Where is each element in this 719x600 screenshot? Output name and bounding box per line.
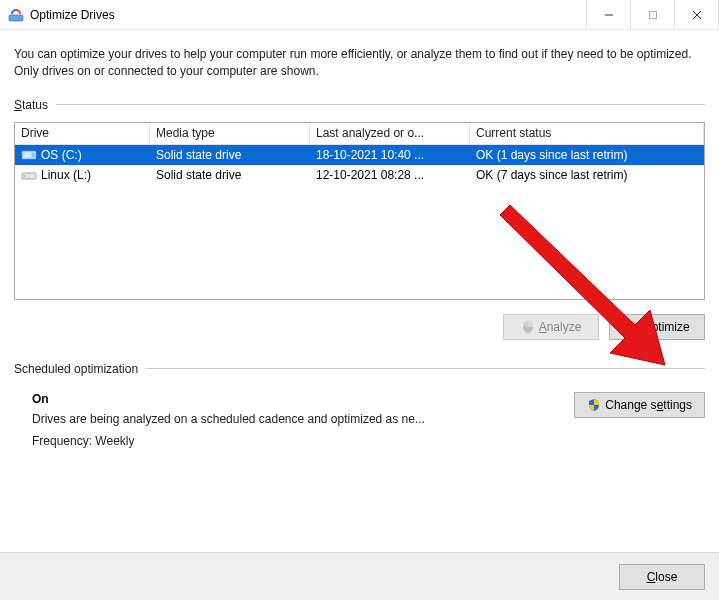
window-controls bbox=[587, 0, 719, 30]
shield-icon bbox=[587, 398, 601, 412]
column-header-drive[interactable]: Drive bbox=[15, 123, 150, 144]
optimize-button[interactable]: Optimize bbox=[609, 314, 705, 340]
drives-header: Drive Media type Last analyzed or o... C… bbox=[15, 123, 704, 145]
table-row[interactable]: OS (C:) Solid state drive 18-10-2021 10:… bbox=[15, 145, 704, 165]
shield-icon bbox=[624, 320, 638, 334]
schedule-desc: Drives are being analyzed on a scheduled… bbox=[32, 412, 574, 426]
svg-point-1 bbox=[11, 17, 13, 19]
drive-status: OK (7 days since last retrim) bbox=[470, 165, 704, 185]
app-icon bbox=[8, 7, 24, 23]
window-title: Optimize Drives bbox=[30, 8, 587, 22]
drive-icon bbox=[21, 149, 37, 161]
drive-name: Linux (L:) bbox=[41, 168, 91, 182]
bottom-bar: Close bbox=[0, 552, 719, 600]
status-section-label: Status bbox=[14, 98, 705, 112]
analyze-button[interactable]: Analyze bbox=[503, 314, 599, 340]
drive-media: Solid state drive bbox=[150, 145, 310, 165]
maximize-button[interactable] bbox=[630, 0, 675, 30]
column-header-status[interactable]: Current status bbox=[470, 123, 704, 144]
drive-name: OS (C:) bbox=[41, 148, 82, 162]
drives-list[interactable]: Drive Media type Last analyzed or o... C… bbox=[14, 122, 705, 300]
drive-last: 12-10-2021 08:28 ... bbox=[310, 165, 470, 185]
shield-icon bbox=[521, 320, 535, 334]
svg-rect-7 bbox=[32, 152, 35, 157]
close-window-button[interactable] bbox=[674, 0, 719, 30]
drive-status: OK (1 days since last retrim) bbox=[470, 145, 704, 165]
schedule-frequency: Frequency: Weekly bbox=[32, 434, 574, 448]
drive-icon bbox=[21, 169, 37, 181]
drive-last: 18-10-2021 10:40 ... bbox=[310, 145, 470, 165]
svg-rect-3 bbox=[649, 11, 656, 18]
svg-point-9 bbox=[24, 175, 26, 177]
close-button[interactable]: Close bbox=[619, 564, 705, 590]
drive-media: Solid state drive bbox=[150, 165, 310, 185]
minimize-button[interactable] bbox=[586, 0, 631, 30]
schedule-on-label: On bbox=[32, 392, 574, 406]
titlebar: Optimize Drives bbox=[0, 0, 719, 30]
table-row[interactable]: Linux (L:) Solid state drive 12-10-2021 … bbox=[15, 165, 704, 185]
intro-text: You can optimize your drives to help you… bbox=[14, 46, 705, 80]
column-header-media[interactable]: Media type bbox=[150, 123, 310, 144]
change-settings-button[interactable]: Change settings bbox=[574, 392, 705, 418]
column-header-last[interactable]: Last analyzed or o... bbox=[310, 123, 470, 144]
scheduled-section-label: Scheduled optimization bbox=[14, 362, 705, 376]
